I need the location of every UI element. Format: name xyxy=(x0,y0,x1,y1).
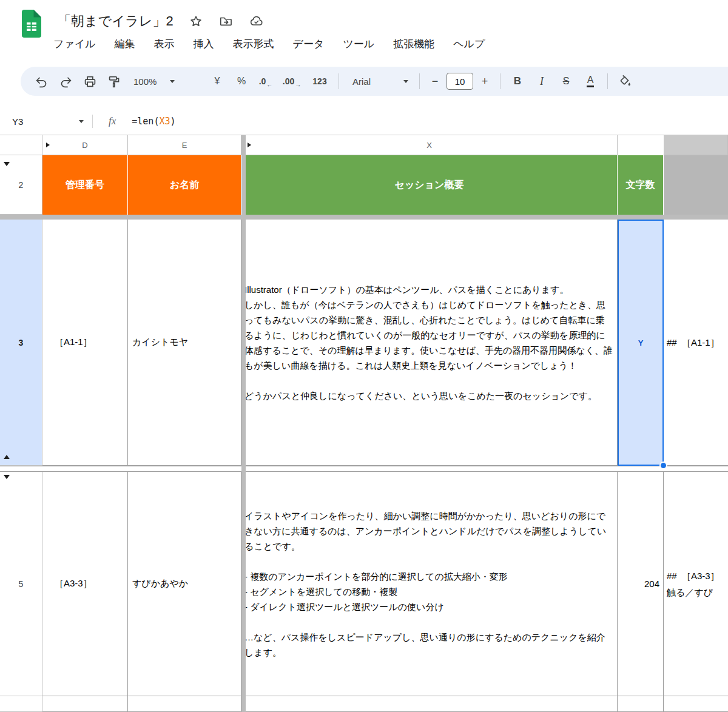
spreadsheet-grid: D E X Y 2 管理番号 お名前 セッション概要 文字数 xyxy=(0,135,728,712)
column-header-E[interactable]: E xyxy=(128,135,241,155)
format-currency-button[interactable]: ¥ xyxy=(205,70,229,92)
font-size-input[interactable]: 10 xyxy=(447,73,473,90)
menu-tools[interactable]: ツール xyxy=(343,37,374,51)
formula-bar-divider xyxy=(92,115,93,128)
zoom-value: 100% xyxy=(133,76,157,87)
increase-font-size-button[interactable]: + xyxy=(474,70,495,92)
fill-color-button[interactable] xyxy=(613,70,637,92)
menu-edit[interactable]: 編集 xyxy=(115,37,135,51)
undo-button[interactable] xyxy=(29,70,53,92)
hidden-columns-indicator-icon[interactable] xyxy=(46,143,50,147)
menubar: ファイル 編集 表示 挿入 表示形式 データ ツール 拡張機能 ヘルプ xyxy=(53,35,485,53)
row-header-6[interactable] xyxy=(0,696,42,712)
paint-format-button[interactable] xyxy=(102,70,126,92)
cell-X5[interactable]: イラストやアイコンを作ったり、細かい調整に時間がかかったり、思いどおりの形にでき… xyxy=(241,472,618,696)
frozen-rows-separator xyxy=(0,215,728,220)
cell-Y6[interactable] xyxy=(618,696,664,712)
chevron-down-icon xyxy=(79,120,84,123)
menu-data[interactable]: データ xyxy=(293,37,325,51)
menu-format[interactable]: 表示形式 xyxy=(233,37,274,51)
menu-help[interactable]: ヘルプ xyxy=(453,37,485,51)
select-all-corner[interactable] xyxy=(0,135,42,155)
cell-D5[interactable]: ［A3-3］ xyxy=(42,472,128,696)
currency-label: ¥ xyxy=(215,76,220,87)
font-family-value: Arial xyxy=(352,76,371,87)
move-to-folder-icon[interactable] xyxy=(218,15,233,28)
column-letter-D: D xyxy=(82,141,87,150)
print-button[interactable] xyxy=(78,70,102,92)
title-row: 「朝までイラレ」2 xyxy=(58,11,264,32)
toolbar-divider xyxy=(607,73,608,89)
cell-D2[interactable]: 管理番号 xyxy=(42,155,128,215)
format-percent-button[interactable]: % xyxy=(229,70,254,92)
doc-title[interactable]: 「朝までイラレ」2 xyxy=(58,12,174,30)
cell-Z6[interactable] xyxy=(664,696,728,712)
cell-Y5[interactable]: 204 xyxy=(618,472,664,696)
formula-bar: Y3 fx =len(X3) xyxy=(0,108,728,135)
fx-icon: fx xyxy=(109,115,116,127)
row-header-3[interactable]: 3 xyxy=(0,220,42,466)
strikethrough-button[interactable]: S xyxy=(554,70,578,92)
font-family-select[interactable]: Arial xyxy=(346,70,414,92)
cell-Z3[interactable]: ## ［A1-1］ xyxy=(664,220,728,466)
name-box-value: Y3 xyxy=(12,116,23,127)
plus-icon: + xyxy=(482,75,488,88)
cell-E3[interactable]: カイシトモヤ xyxy=(128,220,241,466)
cell-D6[interactable] xyxy=(42,696,128,712)
star-icon[interactable] xyxy=(189,15,203,28)
toolbar-divider xyxy=(500,73,500,89)
frozen-columns-separator xyxy=(241,135,246,712)
decrease-font-size-button[interactable]: − xyxy=(425,70,445,92)
cell-E5[interactable]: すぴかあやか xyxy=(128,472,241,696)
chevron-down-icon xyxy=(403,80,408,83)
cell-E6[interactable] xyxy=(128,696,241,712)
redo-button[interactable] xyxy=(53,70,78,92)
right-arrow-icon: → xyxy=(295,81,301,88)
decrease-decimal-button[interactable]: .0 ← xyxy=(254,70,278,92)
hidden-columns-indicator-icon[interactable] xyxy=(248,143,251,147)
cell-Y3-selected[interactable]: 276 xyxy=(618,220,664,466)
percent-label: % xyxy=(237,76,246,87)
menu-insert[interactable]: 挿入 xyxy=(194,37,214,51)
column-header-X[interactable]: X xyxy=(241,135,618,155)
column-letter-E: E xyxy=(182,141,187,150)
italic-button[interactable]: I xyxy=(530,70,554,92)
row-group-expand-up-icon[interactable] xyxy=(4,455,10,459)
cell-Z2[interactable] xyxy=(664,155,728,215)
cell-Y2[interactable]: 文字数 xyxy=(618,155,664,215)
row-group-collapse-icon-top[interactable] xyxy=(4,162,10,166)
increase-decimal-button[interactable]: .00 → xyxy=(278,70,306,92)
menu-file[interactable]: ファイル xyxy=(53,37,96,51)
font-size-value: 10 xyxy=(455,76,465,87)
column-letter-X: X xyxy=(426,141,432,150)
zoom-select[interactable]: 100% xyxy=(129,70,180,92)
fill-handle[interactable] xyxy=(659,462,667,469)
menu-view[interactable]: 表示 xyxy=(154,37,175,51)
left-arrow-icon: ← xyxy=(266,81,272,88)
sheets-logo[interactable] xyxy=(22,10,41,38)
toolbar-divider xyxy=(419,73,420,89)
bold-button[interactable]: B xyxy=(505,70,530,92)
cell-X2[interactable]: セッション概要 xyxy=(241,155,618,215)
menu-extensions[interactable]: 拡張機能 xyxy=(393,37,434,51)
toolbar: 100% ¥ % .0 ← .00 → 123 Arial − 10 xyxy=(21,67,728,96)
formula-input[interactable]: =len(X3) xyxy=(132,116,175,127)
row-header-5[interactable]: 5 xyxy=(0,472,42,696)
cell-E2[interactable]: お名前 xyxy=(128,155,241,215)
sheets-window: 「朝までイラレ」2 ファイル 編集 表示 挿入 表示形式 データ ツール 拡張機… xyxy=(0,0,728,712)
cell-Z5[interactable]: ## ［A3-3］ 触る／すぴ xyxy=(664,472,728,696)
chevron-down-icon xyxy=(170,80,175,83)
column-header-D[interactable]: D xyxy=(42,135,128,155)
minus-icon: − xyxy=(432,75,439,88)
name-box[interactable]: Y3 xyxy=(0,116,92,127)
cell-X3[interactable]: Illustrator（ドローソフト）の基本はペンツール、パスを描くことにありま… xyxy=(241,220,618,466)
cell-X6[interactable] xyxy=(241,696,618,712)
row-group-expand-down-icon[interactable] xyxy=(4,475,10,479)
more-formats-button[interactable]: 123 xyxy=(306,70,334,92)
formula-cell-reference: X3 xyxy=(159,116,170,127)
cell-D3[interactable]: ［A1-1］ xyxy=(42,220,128,466)
cloud-saved-icon[interactable] xyxy=(249,15,264,28)
hidden-row-boundary xyxy=(0,466,728,472)
column-header-beyond[interactable] xyxy=(664,135,728,155)
text-color-button[interactable]: A xyxy=(578,70,602,92)
